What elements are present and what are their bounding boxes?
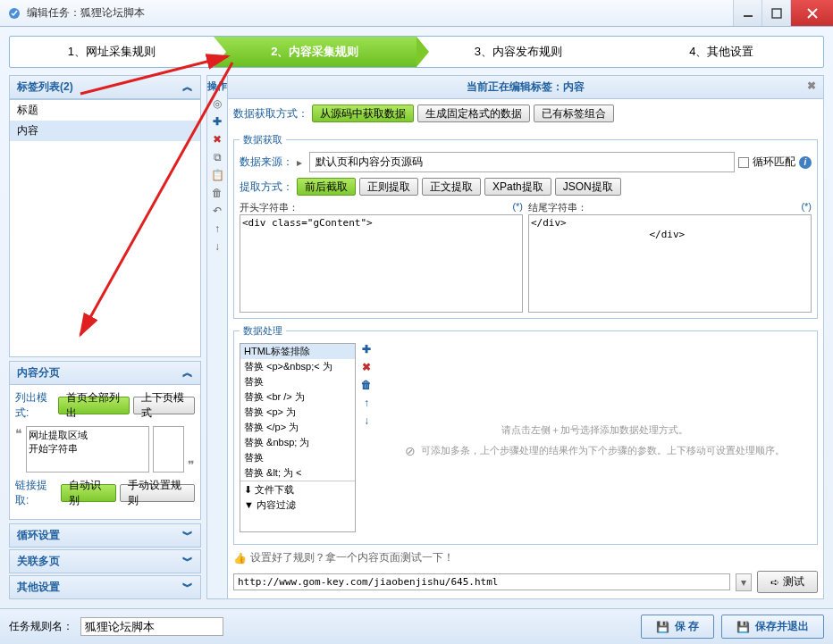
save-exit-button[interactable]: 💾 保存并退出 [721,615,824,639]
triangle-icon: ▸ [297,156,302,169]
updown-mode-button[interactable]: 上下页模式 [133,397,195,414]
quote-right-icon: ❞ [188,458,195,473]
process-legend: 数据处理 [240,324,286,338]
proc-trash-icon[interactable]: 🗑 [359,379,374,393]
close-editor-icon[interactable]: ✖ [807,79,816,92]
step-4[interactable]: 4、其他设置 [620,37,824,67]
extract-xpath[interactable]: XPath提取 [484,178,551,196]
delete-icon[interactable]: ✖ [210,132,224,146]
extract-legend: 数据获取 [240,133,286,146]
paste-icon[interactable]: 📋 [210,168,224,182]
wildcard-icon[interactable]: (*) [801,201,812,214]
start-string-label: 开头字符串： [240,201,299,214]
test-button[interactable]: ➪ 测试 [757,571,818,593]
titlebar: 编辑任务：狐狸论坛脚本 [0,0,833,27]
add-icon[interactable]: ✚ [210,114,224,129]
step-2[interactable]: 2、内容采集规则 [214,37,417,67]
toolbar-title: 操作 [207,79,227,93]
pagination-header[interactable]: 内容分页 ︽ [9,361,201,385]
other-settings-header[interactable]: 其他设置 ︾ [9,575,201,599]
step-1[interactable]: 1、网址采集规则 [10,37,214,67]
copy-icon[interactable]: ⧉ [210,150,224,164]
method-label: 数据获取方式： [233,106,308,121]
loop-match-label: 循环匹配 [753,155,795,170]
extract-regex[interactable]: 正则提取 [359,178,418,196]
extract-area-start[interactable] [26,426,149,473]
source-select[interactable]: 默认页和内容分页源码 [309,152,735,172]
step-3[interactable]: 3、内容发布规则 [416,37,620,67]
method-fixed-button[interactable]: 生成固定格式的数据 [417,105,530,122]
list-all-button[interactable]: 首页全部列出 [58,397,130,414]
editor-header: 当前正在编辑标签：内容 ✖ [228,76,823,99]
action-toolbar: 操作 ◎ ✚ ✖ ⧉ 📋 🗑 ↶ ↑ ↓ [206,75,228,599]
proc-filter[interactable]: ▼ 内容过滤 [240,498,355,513]
related-pages-header[interactable]: 关联多页 ︾ [9,549,201,573]
info-icon[interactable]: i [799,156,812,169]
loop-settings-header[interactable]: 循环设置 ︾ [9,523,201,548]
proc-item[interactable]: HTML标签排除 [240,344,355,359]
tag-item-content[interactable]: 内容 [10,121,200,141]
close-button[interactable] [790,0,833,26]
expand-icon[interactable]: ︾ [182,580,193,595]
svg-rect-1 [744,15,753,17]
proc-down-icon[interactable]: ↓ [359,414,374,429]
test-url-input[interactable] [233,573,730,590]
link-extract-label: 链接提取: [15,478,57,508]
step-tabs: 1、网址采集规则 2、内容采集规则 3、内容发布规则 4、其他设置 [9,36,824,68]
proc-download[interactable]: ⬇ 文件下载 [240,481,355,498]
expand-icon[interactable]: ︾ [182,554,193,569]
save-button[interactable]: 💾 保 存 [641,615,714,639]
svg-rect-2 [772,9,781,18]
expand-icon[interactable]: ︾ [182,528,193,543]
proc-item[interactable]: 替换 &lt; 为 < [240,465,355,481]
extract-body[interactable]: 正文提取 [422,178,481,196]
footer: 任务规则名： 💾 保 存 💾 保存并退出 [0,608,833,644]
extract-json[interactable]: JSON提取 [555,178,621,196]
url-dropdown-icon[interactable]: ▾ [736,573,752,591]
source-label: 数据来源： [240,155,293,170]
save-icon: 💾 [736,621,750,633]
method-source-button[interactable]: 从源码中获取数据 [312,105,414,122]
collapse-icon[interactable]: ︽ [182,79,193,95]
rule-name-label: 任务规则名： [9,619,73,634]
end-string-input[interactable] [528,214,812,313]
window-title: 编辑任务：狐狸论坛脚本 [27,5,733,21]
proc-item[interactable]: 替换 <br /> 为 [240,389,355,405]
up-icon[interactable]: ↑ [210,222,224,236]
proc-item[interactable]: 替换 [240,374,355,389]
tag-item-title[interactable]: 标题 [10,100,200,121]
down-icon[interactable]: ↓ [210,239,224,254]
manual-rule-button[interactable]: 手动设置规则 [120,484,195,502]
tag-list-title: 标签列表(2) [17,79,73,95]
proc-item[interactable]: 替换 <p> 为 [240,405,355,420]
wildcard-icon[interactable]: (*) [512,201,523,214]
target-icon[interactable]: ◎ [210,96,224,111]
proc-item[interactable]: 替换 &nbsp; 为 [240,435,355,450]
save-icon: 💾 [656,621,669,633]
proc-item[interactable]: 替换 <p>&nbsp;< 为 [240,359,355,374]
extract-method-label: 提取方式： [240,180,293,195]
minimize-button[interactable] [733,0,761,26]
tag-list-header: 标签列表(2) ︽ [9,75,201,99]
thumb-icon: 👍 [233,552,247,565]
extract-prefix-suffix[interactable]: 前后截取 [297,178,356,196]
undo-icon[interactable]: ↶ [210,204,224,218]
proc-up-icon[interactable]: ↑ [359,397,374,411]
maximize-button[interactable] [761,0,790,26]
trash-icon[interactable]: 🗑 [210,186,224,200]
rule-name-input[interactable] [80,617,223,636]
proc-del-icon[interactable]: ✖ [359,361,374,375]
start-string-input[interactable] [240,214,523,313]
loop-match-checkbox[interactable] [738,157,749,168]
proc-item[interactable]: 替换 [240,450,355,465]
end-string-label: 结尾字符串： [528,201,587,214]
collapse-icon[interactable]: ︽ [182,365,193,381]
proc-item[interactable]: 替换 </p> 为 [240,420,355,435]
process-list[interactable]: HTML标签排除 替换 <p>&nbsp;< 为 替换 替换 <br /> 为 … [240,343,356,532]
test-hint: 设置好了规则？拿一个内容页面测试一下！ [250,550,454,565]
proc-add-icon[interactable]: ✚ [359,343,374,357]
extract-area-end[interactable] [153,426,184,473]
pagination-title: 内容分页 [17,365,60,381]
method-combine-button[interactable]: 已有标签组合 [534,105,614,122]
auto-detect-button[interactable]: 自动识别 [61,484,116,502]
